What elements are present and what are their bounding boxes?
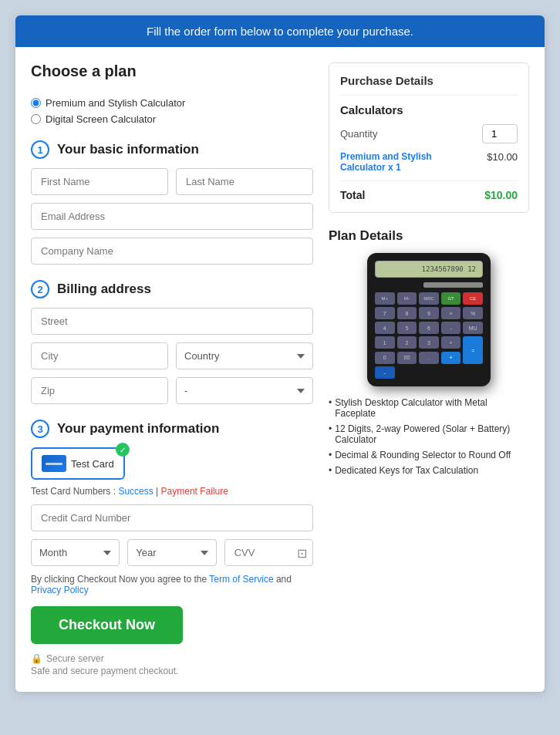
name-row	[31, 168, 313, 195]
company-input[interactable]	[31, 238, 313, 265]
section3-title: Your payment information	[57, 421, 219, 437]
radio-digital[interactable]: Digital Screen Calculator	[31, 113, 313, 125]
quantity-label: Quantity	[340, 128, 377, 140]
purchase-details-title: Purchase Details	[340, 74, 518, 96]
product-row: Premium and Stylish Calculator x 1 $10.0…	[340, 151, 518, 181]
total-row: Total $10.00	[340, 189, 518, 201]
purchase-details-box: Purchase Details Calculators Quantity Pr…	[329, 62, 529, 213]
card-label: Test Card	[71, 458, 114, 470]
radio-digital-label: Digital Screen Calculator	[46, 113, 156, 125]
left-panel: Choose a plan Premium and Stylish Calcul…	[31, 62, 313, 676]
plan-feature-1: 12 Digits, 2-way Powered (Solar + Batter…	[329, 423, 529, 445]
email-row	[31, 203, 313, 230]
calc-display-text: 1234567890 12	[382, 265, 476, 273]
choose-plan-header: Choose a plan	[31, 62, 313, 88]
section2-title: Billing address	[57, 282, 151, 297]
test-card-option[interactable]: Test Card ✓	[31, 447, 125, 480]
plan-details-title: Plan Details	[329, 228, 529, 244]
zip-field	[31, 377, 168, 404]
month-select[interactable]: Month	[31, 539, 120, 566]
secure-server-sub: Safe and secure payment checkout.	[31, 666, 313, 676]
country-field: Country	[176, 342, 313, 369]
cc-field	[31, 504, 313, 531]
privacy-link[interactable]: Privacy Policy	[31, 585, 89, 595]
city-field	[31, 342, 168, 369]
state-field: -	[176, 377, 313, 404]
checkout-button[interactable]: Checkout Now	[31, 606, 183, 644]
card-icon	[42, 455, 66, 472]
section3-header: 3 Your payment information	[31, 420, 313, 438]
city-country-row: Country	[31, 342, 313, 369]
section1-title: Your basic information	[57, 142, 199, 157]
section2-header: 2 Billing address	[31, 280, 313, 298]
calculator-image: 1234567890 12 M+ M- MRC GT CE 7 8 9 × %	[367, 253, 491, 386]
choose-plan-title: Choose a plan	[31, 62, 137, 80]
last-name-field	[176, 168, 313, 195]
page-wrapper: Fill the order form below to complete yo…	[15, 15, 545, 692]
quantity-input[interactable]	[482, 124, 518, 143]
state-select[interactable]: -	[176, 377, 313, 404]
email-field	[31, 203, 313, 230]
year-field: Year	[127, 539, 216, 566]
card-check-icon: ✓	[116, 443, 130, 457]
success-link[interactable]: Success	[118, 486, 153, 497]
quantity-row: Quantity	[340, 124, 518, 143]
lock-icon: 🔒	[31, 653, 42, 664]
street-input[interactable]	[31, 308, 313, 335]
section1-header: 1 Your basic information	[31, 140, 313, 159]
cvv-icon: ⊡	[297, 545, 307, 560]
total-label: Total	[340, 189, 365, 201]
test-card-numbers: Test Card Numbers : Success | Payment Fa…	[31, 486, 313, 497]
product-qty: 1	[396, 162, 401, 173]
payment-card-area: Test Card ✓	[31, 447, 313, 480]
zip-state-row: -	[31, 377, 313, 404]
plan-feature-2: Decimal & Rounding Selector to Round Off	[329, 450, 529, 460]
right-panel: Purchase Details Calculators Quantity Pr…	[329, 62, 529, 676]
failure-link[interactable]: Payment Failure	[161, 486, 228, 497]
radio-premium-input[interactable]	[31, 98, 41, 108]
product-name: Premium and Stylish Calculator x 1	[340, 151, 456, 173]
street-row	[31, 308, 313, 335]
section2-number: 2	[31, 280, 49, 298]
terms-text: By clicking Checkout Now you agree to th…	[31, 574, 313, 595]
company-field	[31, 238, 313, 265]
plan-feature-3: Dedicated Keys for Tax Calculation	[329, 465, 529, 476]
calculators-label: Calculators	[340, 103, 518, 116]
radio-digital-input[interactable]	[31, 114, 41, 124]
last-name-input[interactable]	[176, 168, 313, 195]
email-input[interactable]	[31, 203, 313, 230]
section1-number: 1	[31, 140, 49, 159]
year-select[interactable]: Year	[127, 539, 216, 566]
terms-link[interactable]: Term of Service	[209, 574, 273, 585]
radio-premium[interactable]: Premium and Stylish Calculator	[31, 97, 313, 109]
cc-row	[31, 504, 313, 531]
month-year-cvv-row: Month Year ⊡	[31, 539, 313, 566]
top-banner: Fill the order form below to complete yo…	[15, 15, 545, 47]
street-field	[31, 308, 313, 335]
main-content: Choose a plan Premium and Stylish Calcul…	[15, 47, 545, 692]
plan-feature-0: Stylish Desktop Calculator with Metal Fa…	[329, 397, 529, 419]
cc-input[interactable]	[31, 504, 313, 531]
radio-premium-label: Premium and Stylish Calculator	[46, 97, 185, 109]
banner-text: Fill the order form below to complete yo…	[147, 25, 413, 38]
country-select[interactable]: Country	[176, 342, 313, 369]
month-field: Month	[31, 539, 120, 566]
cvv-wrapper: ⊡	[224, 539, 313, 566]
plan-features: Stylish Desktop Calculator with Metal Fa…	[329, 397, 529, 476]
first-name-input[interactable]	[31, 168, 168, 195]
first-name-field	[31, 168, 168, 195]
zip-input[interactable]	[31, 377, 168, 404]
total-amount: $10.00	[484, 189, 518, 201]
company-row	[31, 238, 313, 265]
product-price: $10.00	[487, 151, 518, 163]
section3-number: 3	[31, 420, 49, 438]
city-input[interactable]	[31, 342, 168, 369]
secure-server: 🔒 Secure server	[31, 653, 313, 664]
